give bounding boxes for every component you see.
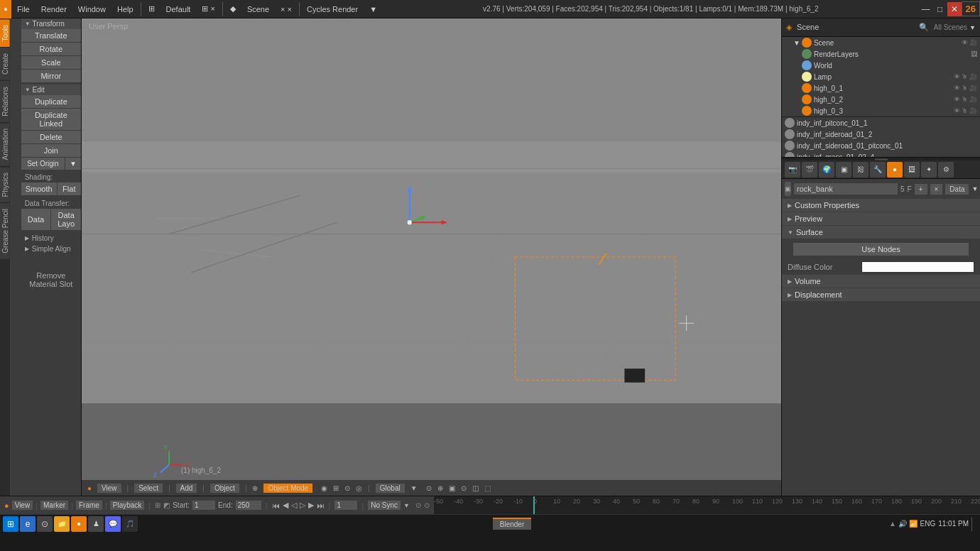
blender-btn[interactable]: ● [71, 516, 87, 532]
outliner-item-4[interactable]: indy_inf_grass_01_02_4 [782, 151, 980, 158]
scene-selector[interactable]: Scene [241, 0, 275, 18]
material-icon[interactable]: ● [887, 162, 903, 178]
render-props-icon[interactable]: 📷 [785, 162, 800, 178]
sync-dropdown[interactable]: No Sync [368, 501, 401, 510]
preview-header[interactable]: Preview [782, 212, 980, 225]
plus-btn[interactable]: + [915, 184, 927, 195]
tab-create[interactable]: Create [0, 47, 10, 80]
viewport[interactable]: User Persp [82, 18, 781, 496]
tl-view-btn[interactable]: View [12, 501, 33, 510]
displacement-header[interactable]: Displacement [782, 288, 980, 301]
win-maximize[interactable]: □ [933, 2, 947, 16]
outliner-high02[interactable]: high_0_2 👁🖱🎥 [782, 94, 980, 105]
ie-btn[interactable]: e [20, 516, 36, 532]
physics-icon[interactable]: ⚙ [938, 162, 954, 178]
data-dropdown[interactable]: Data [945, 184, 969, 195]
vp-icon7[interactable]: ▣ [449, 484, 455, 492]
menu-window[interactable]: Window [72, 0, 111, 18]
set-origin-btn[interactable]: Set Origin [21, 158, 65, 170]
object-props-icon[interactable]: ▣ [836, 162, 851, 178]
menu-help[interactable]: Help [111, 0, 139, 18]
mirror-btn[interactable]: Mirror [21, 70, 81, 82]
scale-btn[interactable]: Scale [21, 56, 81, 69]
rotate-btn[interactable]: Rotate [21, 43, 81, 55]
workspace-btn[interactable]: ⊞ × [196, 0, 220, 18]
tl-frame-btn[interactable]: Frame [76, 501, 102, 510]
diffuse-color-picker[interactable] [861, 261, 974, 273]
data-dropdown-arrow[interactable]: ▼ [971, 185, 978, 192]
vp-icon9[interactable]: ◫ [472, 484, 479, 492]
texture-icon[interactable]: 🖼 [904, 162, 920, 178]
outliner-renderlayers[interactable]: RenderLayers 🖼 [782, 48, 980, 60]
engine-btn[interactable]: ▼ [364, 0, 383, 18]
flat-btn[interactable]: Flat [58, 182, 81, 195]
workspace-selector[interactable]: Default [160, 0, 197, 18]
play-btn[interactable]: ▷ [300, 501, 305, 510]
win-close[interactable]: ✕ [947, 2, 962, 16]
scene-btn[interactable]: × × [275, 0, 298, 18]
menu-render[interactable]: Render [36, 0, 72, 18]
outliner-item-2[interactable]: indy_inf_sideroad_01_2 [782, 129, 980, 140]
object-mode-btn[interactable]: Object Mode [263, 484, 312, 493]
end-input[interactable] [236, 501, 261, 510]
constraints-icon[interactable]: ⛓ [853, 162, 869, 178]
explorer-btn[interactable]: 📁 [54, 516, 70, 532]
go-end-btn[interactable]: ⏭ [317, 501, 325, 510]
timeline-track[interactable]: -50 -40 -30 -20 -10 0 10 20 30 40 50 60 … [434, 496, 980, 514]
custom-properties-header[interactable]: Custom Properties [782, 199, 980, 212]
surface-header[interactable]: Surface [782, 226, 980, 239]
set-origin-dropdown[interactable]: ▼ [65, 158, 81, 170]
vp-icon5[interactable]: ⊙ [426, 484, 432, 492]
history-section[interactable]: History [21, 233, 81, 244]
search-icon[interactable]: 🔍 [919, 23, 929, 31]
scene-icon[interactable]: ◆ [224, 0, 241, 18]
vp-icon4[interactable]: ◎ [356, 484, 362, 492]
menu-file[interactable]: File [11, 0, 36, 18]
outliner-lamp[interactable]: Lamp 👁🖱🎥 [782, 71, 980, 82]
timeline-icon[interactable]: ● [4, 501, 9, 510]
outliner-high03[interactable]: high_0_3 👁🖱🎥 [782, 105, 980, 116]
edit-header[interactable]: Edit [21, 84, 81, 95]
remove-material-slot[interactable]: Remove Material Slot [21, 268, 81, 291]
current-frame-input[interactable] [334, 501, 357, 510]
tab-grease-pencil[interactable]: Grease Pencil [0, 202, 10, 259]
translate-btn[interactable]: Translate [21, 29, 81, 42]
browse-btn[interactable]: × [930, 184, 943, 195]
vp-global-dropdown[interactable]: ▼ [410, 484, 418, 492]
sync-dropdown-arrow[interactable]: ▼ [403, 502, 410, 509]
tab-relations[interactable]: Relations [0, 80, 10, 122]
smooth-btn[interactable]: Smooth [21, 182, 57, 195]
data-layout-btn[interactable]: Data Layo [51, 209, 81, 230]
start-btn[interactable]: ⊞ [3, 516, 18, 532]
world-props-icon[interactable]: 🌍 [819, 162, 834, 178]
go-start-btn[interactable]: ⏮ [272, 501, 280, 510]
vp-icon3[interactable]: ⊙ [344, 484, 350, 492]
vp-icon2[interactable]: ⊞ [333, 484, 339, 492]
add-menu[interactable]: Add [176, 484, 197, 493]
discord-btn[interactable]: 💬 [105, 516, 121, 532]
vp-icon8[interactable]: ⊙ [461, 484, 467, 492]
duplicate-btn[interactable]: Duplicate [21, 95, 81, 108]
vp-icon1[interactable]: ◉ [321, 484, 327, 492]
active-window-indicator[interactable]: Blender [493, 518, 531, 530]
volume-header[interactable]: Volume [782, 275, 980, 288]
viewport-mode-icon[interactable]: ● [87, 484, 92, 492]
engine-selector[interactable]: Cycles Render [301, 0, 364, 18]
use-nodes-btn[interactable]: Use Nodes [793, 243, 969, 256]
blender-logo[interactable]: ● [0, 0, 11, 18]
tab-animation[interactable]: Animation [0, 122, 10, 165]
delete-btn[interactable]: Delete [21, 131, 81, 143]
tab-physics[interactable]: Physics [0, 166, 10, 202]
outliner-high01[interactable]: high_0_1 👁🖱🎥 [782, 82, 980, 94]
data-btn[interactable]: Data [21, 209, 51, 230]
transform-header[interactable]: Transform [21, 18, 81, 29]
tl-marker-btn[interactable]: Marker [40, 501, 68, 510]
object-name-input[interactable] [794, 183, 898, 195]
outliner-world[interactable]: World [782, 60, 980, 71]
steam-btn[interactable]: ♟ [88, 516, 104, 532]
join-btn[interactable]: Join [21, 144, 81, 157]
vp-icon10[interactable]: ⬚ [484, 484, 491, 492]
outliner-item-1[interactable]: indy_inf_pitconc_01_1 [782, 117, 980, 129]
outliner-scene[interactable]: ▼ Scene 👁🎥 [782, 37, 980, 48]
particles-icon[interactable]: ✦ [921, 162, 937, 178]
